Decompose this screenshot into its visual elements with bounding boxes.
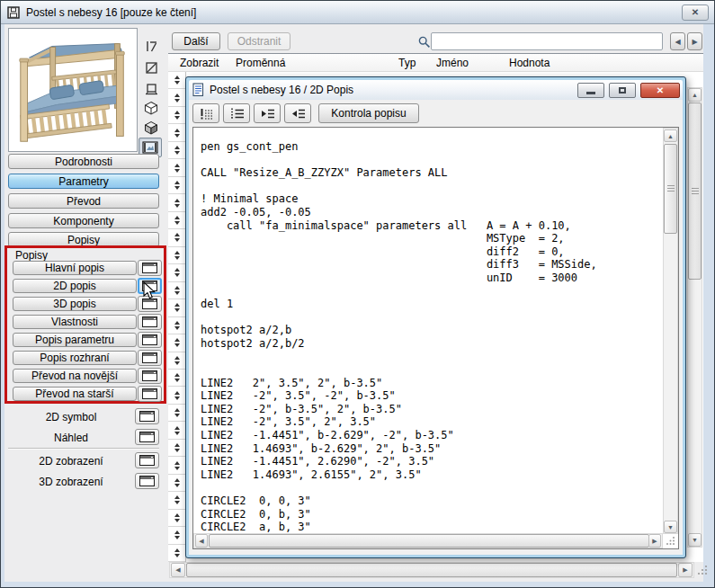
- open-window-prevod-na-starsi[interactable]: [138, 386, 162, 402]
- scrollbar-thumb[interactable]: [688, 102, 702, 280]
- preview-mode-3d-wireframe-button[interactable]: [141, 99, 161, 117]
- row-reorder-handle[interactable]: [168, 457, 185, 474]
- open-window-2d-zobrazeni[interactable]: [135, 452, 159, 468]
- preview-mode-plan-button[interactable]: [141, 79, 161, 97]
- sidebar-tab-prevod[interactable]: Převod: [8, 193, 159, 209]
- open-window-prevod-na-novejsi[interactable]: [138, 368, 162, 384]
- scroll-up-button[interactable]: ▲: [688, 88, 702, 102]
- row-reorder-handle[interactable]: [168, 422, 185, 439]
- row-reorder-handle[interactable]: [168, 177, 185, 194]
- scroll-right-button[interactable]: ▶: [648, 534, 661, 548]
- scrollbar-thumb[interactable]: [209, 534, 649, 548]
- script-button-hlavni-popis[interactable]: Hlavní popis: [13, 261, 137, 275]
- preview-mode-2d-symbol-button[interactable]: [141, 58, 161, 76]
- open-window-vlastnosti[interactable]: [138, 314, 162, 330]
- tab-label: Popisy: [67, 234, 100, 246]
- scroll-left-button[interactable]: ◀: [171, 563, 185, 577]
- scroll-right-button[interactable]: ▶: [678, 563, 693, 577]
- search-prev-button[interactable]: ◀: [670, 32, 685, 50]
- open-window-nahled[interactable]: [135, 429, 159, 445]
- move-up-icon: [174, 321, 180, 325]
- gdl-code[interactable]: pen gs_cont_pen CALL "Resize_A_B_ZZYZX" …: [193, 128, 663, 533]
- script-label: 2D popis: [53, 280, 95, 292]
- script-window-title: Postel s nebesy 16 / 2D Popis: [210, 84, 573, 96]
- move-down-icon: [174, 186, 180, 190]
- open-window-hlavni-popis[interactable]: [138, 260, 162, 276]
- search-input[interactable]: [431, 32, 663, 50]
- scrollbar-thumb[interactable]: [664, 144, 677, 234]
- row-reorder-handle[interactable]: [168, 72, 185, 89]
- next-button[interactable]: Další: [172, 32, 220, 50]
- open-window-2d-symbol[interactable]: [135, 408, 159, 424]
- row-reorder-handle[interactable]: [168, 124, 185, 141]
- row-reorder-handle[interactable]: [168, 440, 185, 457]
- script-button-prevod-na-novejsi[interactable]: Převod na novější: [13, 369, 137, 383]
- move-down-icon: [174, 554, 180, 557]
- script-button-popis-rozhrani[interactable]: Popis rozhraní: [13, 351, 137, 365]
- scrollbar-thumb[interactable]: [186, 563, 677, 577]
- open-window-popis-parametru[interactable]: [138, 332, 162, 348]
- move-down-icon: [174, 134, 180, 138]
- indent-button[interactable]: [254, 103, 281, 123]
- row-reorder-handle[interactable]: [168, 352, 185, 370]
- row-reorder-handle[interactable]: [168, 247, 185, 264]
- minimize-icon: [586, 92, 595, 94]
- row-reorder-handle[interactable]: [168, 212, 185, 229]
- tab-label: Parametry: [58, 175, 108, 188]
- scroll-down-button[interactable]: ▼: [688, 533, 702, 547]
- row-reorder-handle[interactable]: [168, 527, 185, 544]
- row-reorder-handle[interactable]: [168, 510, 185, 527]
- row-reorder-handle[interactable]: [168, 545, 185, 562]
- row-reorder-handle[interactable]: [168, 317, 185, 334]
- open-window-3d-zobrazeni[interactable]: [135, 473, 159, 489]
- line-numbers-button[interactable]: [223, 103, 250, 123]
- window-close-button[interactable]: ✕: [682, 4, 709, 21]
- move-up-icon: [174, 164, 180, 167]
- editor-resize-grip[interactable]: [665, 535, 676, 547]
- row-reorder-handle[interactable]: [168, 387, 185, 404]
- script-button-popis-parametru[interactable]: Popis parametru: [13, 333, 137, 347]
- move-down-icon: [174, 291, 180, 295]
- move-up-icon: [174, 356, 180, 360]
- row-reorder-handle[interactable]: [168, 299, 185, 316]
- open-window-popis-rozhrani[interactable]: [138, 350, 162, 366]
- row-reorder-handle[interactable]: [168, 282, 185, 299]
- move-down-icon: [174, 536, 180, 539]
- scroll-up-icon: ▲: [667, 133, 674, 139]
- row-reorder-handle[interactable]: [168, 229, 185, 246]
- scroll-up-button[interactable]: ▲: [664, 129, 677, 142]
- outdent-button[interactable]: [284, 103, 311, 123]
- scroll-left-button[interactable]: ◀: [195, 534, 208, 548]
- toggle-comment-button[interactable]: [192, 103, 219, 123]
- script-button-vlastnosti[interactable]: Vlastnosti: [13, 315, 137, 329]
- row-reorder-handle[interactable]: [168, 89, 185, 106]
- label-nahled: Náhled: [8, 432, 134, 444]
- row-reorder-handle[interactable]: [168, 264, 185, 281]
- preview-mode-dimension-button[interactable]: [141, 37, 161, 55]
- sidebar-tab-podrobnosti[interactable]: Podrobnosti: [8, 154, 159, 169]
- script-button-2d-popis[interactable]: 2D popis: [13, 279, 137, 293]
- script-window-close-button[interactable]: ✕: [640, 83, 680, 98]
- row-reorder-handle[interactable]: [168, 334, 185, 352]
- row-reorder-handle[interactable]: [168, 475, 185, 492]
- script-window-restore-button[interactable]: [609, 83, 636, 98]
- row-reorder-handle[interactable]: [168, 194, 185, 211]
- sidebar-tab-parametry[interactable]: Parametry: [8, 174, 159, 189]
- remove-button[interactable]: Odstranit: [228, 32, 290, 50]
- sidebar-tab-komponenty[interactable]: Komponenty: [8, 213, 159, 228]
- row-reorder-handle[interactable]: [168, 159, 185, 176]
- row-reorder-handle[interactable]: [168, 142, 185, 159]
- window-resize-grip[interactable]: [696, 564, 709, 576]
- script-button-3d-popis[interactable]: 3D popis: [13, 297, 137, 311]
- script-window-minimize-button[interactable]: [577, 83, 604, 98]
- preview-mode-3d-shaded-button[interactable]: [141, 119, 161, 137]
- script-button-prevod-na-starsi[interactable]: Převod na starší: [13, 387, 137, 401]
- row-reorder-handle[interactable]: [168, 370, 185, 387]
- row-reorder-handle[interactable]: [168, 107, 185, 124]
- search-next-button[interactable]: ▶: [687, 32, 702, 50]
- row-reorder-handle[interactable]: [168, 492, 185, 509]
- row-reorder-handle[interactable]: [168, 405, 185, 422]
- move-up-icon: [174, 461, 180, 465]
- scroll-down-button[interactable]: ▼: [664, 521, 677, 533]
- check-script-button[interactable]: Kontrola popisu: [318, 103, 419, 123]
